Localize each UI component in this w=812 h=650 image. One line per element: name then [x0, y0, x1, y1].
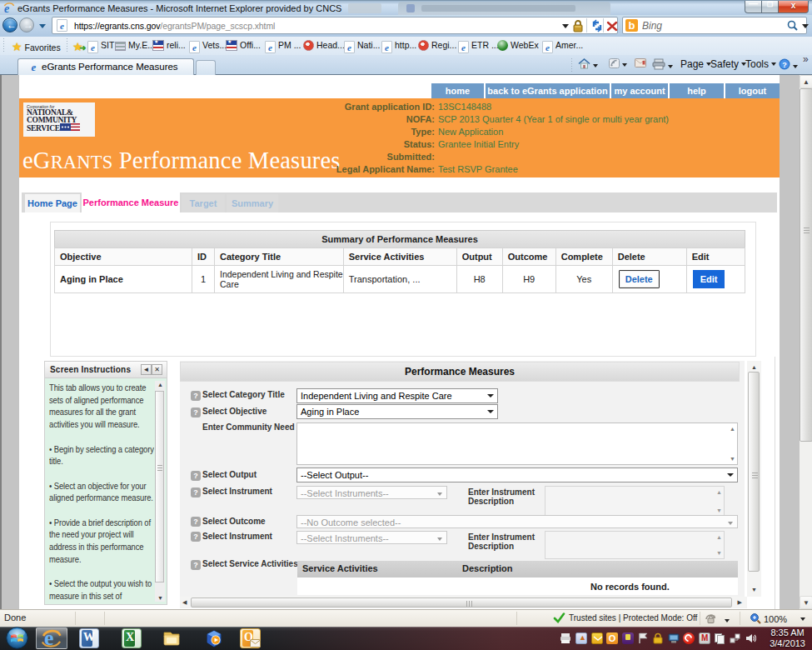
svg-text:?: ? — [782, 61, 787, 69]
